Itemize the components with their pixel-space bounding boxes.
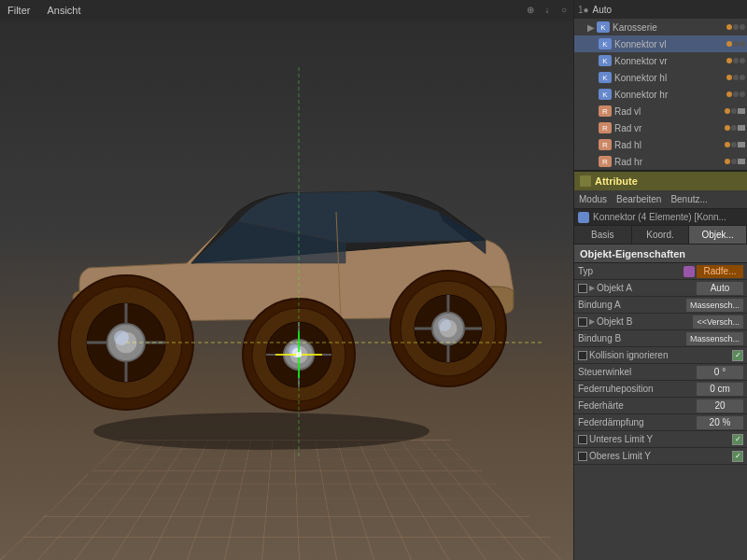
attr-row-steuerwinkel[interactable]: Steuerwinkel 0 ° (574, 364, 747, 381)
h-label-konnektor-hr: Konnektor hr (614, 90, 726, 100)
attr-checkbox-unteres-limit[interactable] (578, 435, 587, 444)
attr-row-bindung-a[interactable]: Bindung A Massensch... (574, 297, 747, 314)
attr-row-federhaerte[interactable]: Federhärte 20 (574, 398, 747, 414)
h-label-rad-vl: Rad vl (614, 106, 725, 117)
h-icon-konnektor-hl: K (599, 72, 612, 83)
h-dot-vr-3 (740, 58, 745, 63)
car-svg (19, 67, 542, 459)
viewport-icon-2[interactable]: ↓ (540, 2, 555, 17)
viewport-icon-1[interactable]: ⊕ (523, 2, 538, 17)
h-dot-3 (740, 24, 745, 30)
attr-menu-benutz[interactable]: Benutz... (666, 192, 712, 206)
attr-value-objekt-b[interactable]: <<Versch... (693, 315, 743, 329)
h-dot-rhr-3 (738, 159, 745, 164)
hierarchy-item-konnektor-vr[interactable]: K Konnektor vr (574, 52, 747, 69)
h-dot-rvr-3 (738, 125, 745, 131)
h-dot-vl-1 (726, 41, 732, 47)
attr-label-objekt-a: Objekt A (597, 283, 697, 293)
hierarchy-header: 1● Auto (574, 0, 747, 19)
attr-label-objekt-b: Objekt B (597, 316, 693, 327)
attr-label-bindung-b: Bindung B (578, 333, 686, 343)
attr-tab-koord[interactable]: Koord. (632, 226, 690, 244)
attr-row-kollision[interactable]: Kollision ignorieren ✓ (574, 347, 747, 364)
attr-section-title: Objekt-Eigenschaften (574, 245, 747, 263)
attr-row-bindung-b[interactable]: Bindung B Massensch... (574, 330, 747, 347)
attr-label-typ: Typ (578, 266, 684, 276)
attr-value-federdaempfung[interactable]: 20 % (697, 416, 743, 429)
attr-label-unteres-limit: Unteres Limit Y (589, 434, 732, 444)
attr-object-icon (578, 212, 589, 223)
attr-value-objekt-a[interactable]: Auto (697, 282, 743, 295)
hierarchy-item-konnektor-hl[interactable]: K Konnektor hl (574, 69, 747, 86)
attr-header-icon (580, 175, 591, 187)
hierarchy-item-rad-vl[interactable]: R Rad vl (574, 103, 747, 119)
attr-checkbox-objekt-a[interactable] (578, 284, 587, 293)
attr-value-container-typ: Radfe... (684, 265, 743, 278)
attr-label-federruheposition: Federruheposition (578, 384, 697, 394)
attr-value-typ[interactable]: Radfe... (697, 265, 743, 278)
attr-label-federhaerte: Federhärte (578, 400, 697, 411)
viewport-icon-3[interactable]: ○ (557, 2, 571, 17)
attr-checkbox-objekt-b[interactable] (578, 317, 587, 327)
attr-value-federhaerte[interactable]: 20 (697, 399, 743, 413)
h-dots-vr (726, 58, 745, 63)
attr-row-unteres-limit[interactable]: Unteres Limit Y ✓ (574, 431, 747, 448)
attr-value-steuerwinkel[interactable]: 0 ° (697, 366, 743, 379)
h-label-konnektor-vl: Konnektor vl (614, 39, 726, 49)
menu-ansicht[interactable]: Ansicht (43, 3, 84, 18)
attr-label-kollision: Kollision ignorieren (589, 350, 732, 360)
h-icon-karosserie: K (597, 21, 610, 33)
h-dots-rvl (725, 108, 745, 114)
attr-tab-objek[interactable]: Objek... (689, 226, 747, 244)
hierarchy-item-rad-hr[interactable]: R Rad hr (574, 153, 747, 170)
attr-arrow-objekt-b: ▶ (589, 317, 595, 326)
attr-checkbox-kollision[interactable] (578, 351, 587, 360)
h-dot-rvl-3 (738, 108, 745, 114)
attr-tabs: Basis Koord. Objek... (574, 226, 747, 245)
attr-value-bindung-a[interactable]: Massensch... (686, 299, 743, 312)
hierarchy-item-rad-hl[interactable]: R Rad hl (574, 136, 747, 153)
attr-value-federruheposition[interactable]: 0 cm (697, 383, 743, 396)
h-dot-rvl-1 (725, 108, 730, 114)
h-dot-rhr-1 (725, 159, 730, 164)
h-icon-konnektor-vl: K (599, 38, 612, 49)
attr-row-objekt-a[interactable]: ▶ Objekt A Auto (574, 280, 747, 297)
hierarchy-item-karosserie[interactable]: ▶ K Karosserie (574, 19, 747, 35)
hierarchy-item-konnektor-vl[interactable]: K Konnektor vl (574, 35, 747, 52)
h-label-karosserie: Karosserie (613, 22, 726, 33)
h-dot-vr-1 (726, 58, 732, 63)
attr-checkbox-unteres-val[interactable]: ✓ (732, 434, 743, 445)
h-dots-vl (726, 41, 745, 47)
right-panel: 1● Auto ▶ K Karosserie K Konnektor vl (573, 0, 747, 560)
attr-checkbox-oberes-val[interactable]: ✓ (732, 451, 743, 462)
h-dots-hr (726, 91, 745, 97)
attr-row-federruheposition[interactable]: Federruheposition 0 cm (574, 381, 747, 398)
attr-row-typ[interactable]: Typ Radfe... (574, 263, 747, 280)
h-dot-hr-2 (733, 91, 739, 97)
attr-row-objekt-b[interactable]: ▶ Objekt B <<Versch... (574, 314, 747, 330)
hierarchy-item-rad-vr[interactable]: R Rad vr (574, 119, 747, 136)
attr-tab-basis[interactable]: Basis (574, 226, 632, 244)
h-label-rad-vr: Rad vr (614, 123, 725, 133)
h-dot-hl-1 (726, 75, 732, 80)
h-dots (726, 24, 745, 30)
h-dot-rvr-2 (731, 125, 737, 131)
h-icon-rad-vr: R (599, 122, 612, 133)
attr-value-bindung-b[interactable]: Massensch... (686, 332, 743, 345)
car-scene (19, 67, 542, 459)
attr-typ-icon (684, 266, 695, 277)
attr-row-oberes-limit[interactable]: Oberes Limit Y ✓ (574, 448, 747, 465)
h-dot-hr-3 (740, 91, 745, 97)
h-icon-rad-hr: R (599, 156, 612, 167)
hierarchy-item-konnektor-hr[interactable]: K Konnektor hr (574, 86, 747, 103)
attr-label-oberes-limit: Oberes Limit Y (589, 451, 732, 461)
attr-checkbox-oberes-limit[interactable] (578, 452, 587, 461)
menu-filter[interactable]: Filter (4, 3, 34, 18)
attr-row-federdaempfung[interactable]: Federdämpfung 20 % (574, 414, 747, 431)
attr-menu-bearbeiten[interactable]: Bearbeiten (612, 192, 666, 206)
h-dot-rvl-2 (731, 108, 737, 114)
h-dots-rhl (725, 142, 745, 147)
hierarchy-panel: 1● Auto ▶ K Karosserie K Konnektor vl (574, 0, 747, 172)
attr-checkbox-kollision-val[interactable]: ✓ (732, 350, 743, 361)
attr-menu-modus[interactable]: Modus (574, 192, 612, 206)
